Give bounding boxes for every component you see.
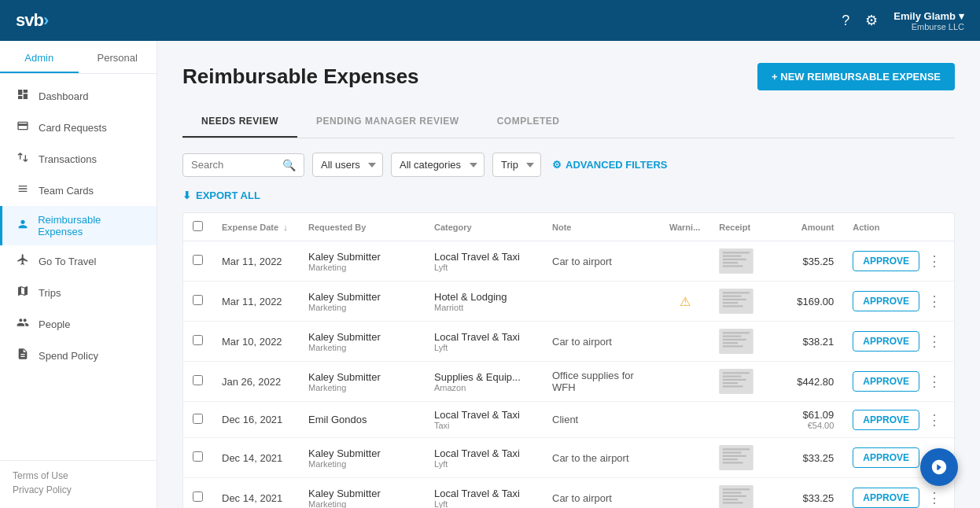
approve-button[interactable]: APPROVE [853,410,919,430]
tab-pending-manager-review[interactable]: PENDING MANAGER REVIEW [297,106,478,138]
tab-personal[interactable]: Personal [79,41,157,73]
row-checkbox-3[interactable] [193,375,203,385]
go-to-travel-icon [15,253,31,269]
svg-rect-33 [723,495,746,497]
approve-button[interactable]: APPROVE [853,331,919,352]
svg-rect-2 [723,256,741,257]
sidebar-nav: Dashboard Card Requests Transactions Tea… [0,74,157,460]
export-all-button[interactable]: ⬇ EXPORT ALL [182,190,260,201]
settings-icon[interactable]: ⚙ [865,12,878,29]
table-row: Dec 16, 2021 Emil Gondos Local Travel & … [183,402,954,438]
approve-button[interactable]: APPROVE [853,251,919,271]
sidebar-item-spend-policy[interactable]: Spend Policy [0,340,157,371]
warning-icon: ⚠ [680,295,691,308]
sidebar-item-team-cards[interactable]: Team Cards [0,175,157,206]
row-checkbox-5[interactable] [193,451,203,462]
topnav-right: ? ⚙ Emily Glamb ▾ Emburse LLC [842,10,964,31]
warning-cell [660,478,709,509]
amount: $169.00 [772,282,843,322]
sidebar-item-dashboard[interactable]: Dashboard [0,80,157,112]
expense-date: Mar 11, 2022 [212,241,299,282]
tab-needs-review[interactable]: NEEDS REVIEW [182,106,297,138]
users-filter[interactable]: All users [312,153,383,177]
table-row: Mar 11, 2022 Kaley Submitter Marketing L… [183,241,954,282]
more-options-button[interactable]: ⋮ [924,373,945,390]
approve-button[interactable]: APPROVE [853,291,919,311]
sidebar-item-card-requests[interactable]: Card Requests [0,112,157,143]
fab-button[interactable] [920,448,958,486]
topnav: svb› ? ⚙ Emily Glamb ▾ Emburse LLC [0,0,980,41]
col-note: Note [543,213,660,241]
category-name: Local Travel & Taxi [434,409,533,421]
sidebar-item-go-to-travel[interactable]: Go To Travel [0,245,157,277]
user-company: Emburse LLC [893,22,964,31]
categories-filter[interactable]: All categories [391,153,484,177]
help-icon[interactable]: ? [842,13,849,29]
svg-rect-27 [723,455,746,457]
svg-rect-35 [723,502,743,503]
more-options-button[interactable]: ⋮ [924,489,945,506]
sidebar-item-trips[interactable]: Trips [0,277,157,308]
row-checkbox-6[interactable] [193,491,203,502]
svg-rect-8 [723,296,741,297]
advanced-filters-button[interactable]: ⚙ ADVANCED FILTERS [552,159,668,171]
requester-name: Kaley Submitter [308,371,415,383]
more-options-button[interactable]: ⋮ [924,411,945,429]
category: Local Travel & Taxi Lyft [425,478,543,509]
category-name: Supplies & Equip... [434,371,533,383]
row-checkbox-4[interactable] [193,414,203,424]
action-cell: APPROVE ⋮ [843,402,954,438]
row-checkbox-1[interactable] [193,295,203,305]
svg-rect-15 [723,339,746,341]
requester-name: Kaley Submitter [308,488,415,499]
svg-rect-19 [723,372,750,374]
svg-rect-22 [723,382,738,384]
user-menu[interactable]: Emily Glamb ▾ Emburse LLC [893,10,964,31]
action-cell: APPROVE ⋮ [843,322,954,362]
sidebar-item-reimbursable-expenses[interactable]: Reimbursable Expenses [0,206,157,245]
approve-button[interactable]: APPROVE [853,447,919,468]
expense-date: Mar 10, 2022 [212,322,299,362]
approve-button[interactable]: APPROVE [853,488,919,508]
receipt-cell [709,478,772,509]
trip-filter[interactable]: Trip [492,153,541,177]
approve-button[interactable]: APPROVE [853,371,919,392]
table-row: Mar 10, 2022 Kaley Submitter Marketing L… [183,322,954,362]
search-input[interactable] [191,159,282,171]
new-reimbursable-button[interactable]: + NEW REIMBURSABLE EXPENSE [757,63,955,90]
svg-rect-4 [723,262,738,263]
svg-rect-5 [723,265,743,267]
transactions-icon [15,151,31,167]
export-row: ⬇ EXPORT ALL [182,190,955,201]
more-options-button[interactable]: ⋮ [924,293,945,310]
row-checkbox-2[interactable] [193,335,203,345]
page-header: Reimbursable Expenses + NEW REIMBURSABLE… [182,63,955,90]
expense-date: Jan 26, 2022 [212,362,299,402]
requester-dept: Marketing [308,263,415,272]
receipt-thumbnail [719,369,753,394]
page-title: Reimbursable Expenses [182,64,419,89]
action-group: APPROVE ⋮ [853,331,945,352]
privacy-link[interactable]: Privacy Policy [13,484,144,495]
sidebar-item-people[interactable]: People [0,308,157,340]
action-group: APPROVE ⋮ [853,410,945,430]
more-options-button[interactable]: ⋮ [924,252,945,270]
terms-link[interactable]: Terms of Use [13,470,144,481]
note: Office supplies for WFH [543,362,660,402]
tab-admin[interactable]: Admin [0,41,79,73]
amount: $35.25 [772,241,843,282]
receipt-cell [709,282,772,322]
requester-name: Kaley Submitter [308,291,415,303]
select-all-checkbox[interactable] [193,221,203,231]
more-options-button[interactable]: ⋮ [924,333,945,350]
filter-icon: ⚙ [552,159,562,171]
category-name: Local Travel & Taxi [434,331,533,343]
requester-name: Kaley Submitter [308,251,415,263]
sidebar-item-label: Dashboard [39,90,89,102]
sidebar-item-label: People [39,318,70,330]
row-checkbox-0[interactable] [193,255,203,265]
tab-completed[interactable]: COMPLETED [478,106,579,138]
sidebar-footer: Terms of Use Privacy Policy [0,460,157,508]
sidebar-item-transactions[interactable]: Transactions [0,143,157,175]
requested-by: Kaley Submitter Marketing [299,322,425,362]
